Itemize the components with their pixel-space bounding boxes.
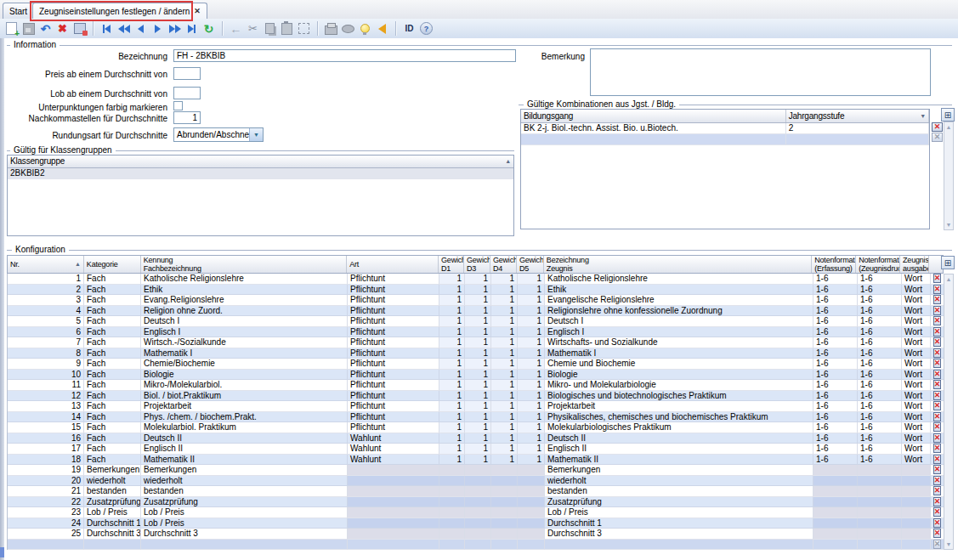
- sort-ascending-icon[interactable]: ▲: [75, 260, 81, 269]
- cell-kategorie[interactable]: Fach: [84, 370, 141, 381]
- cell-art[interactable]: [348, 507, 439, 518]
- cell-kennung[interactable]: Katholische Religionslehre: [141, 274, 348, 285]
- cell-bezeichnung[interactable]: Wirtschafts- und Sozialkunde: [545, 337, 813, 348]
- scroll-up-icon[interactable]: ▲: [944, 274, 953, 284]
- cell-jahrgangsstufe[interactable]: [786, 134, 929, 145]
- cell-gewicht-d4[interactable]: [491, 465, 518, 476]
- bemerkung-textarea[interactable]: [590, 48, 931, 96]
- cell-zeugnisausgabe[interactable]: Wort: [902, 370, 931, 381]
- cell-gewicht-d4[interactable]: 1: [491, 370, 518, 381]
- cell-notenformat-zeugnisdruck[interactable]: 1-6: [858, 348, 902, 359]
- cell-notenformat-erfassung[interactable]: 1-6: [813, 327, 858, 338]
- delete-row-button[interactable]: ✕: [933, 295, 942, 304]
- cell-gewicht-d5[interactable]: 1: [518, 348, 545, 359]
- cell-gewicht-d5[interactable]: 1: [518, 327, 545, 338]
- cell-notenformat-zeugnisdruck[interactable]: 1-6: [858, 285, 902, 296]
- cell-notenformat-zeugnisdruck[interactable]: 1-6: [858, 444, 902, 455]
- cell-gewicht-d5[interactable]: 1: [518, 316, 545, 327]
- cell-art[interactable]: Pflichtunt: [348, 422, 439, 433]
- table-row[interactable]: 10FachBiologiePflichtunt1111Biologie1-61…: [8, 370, 944, 381]
- cell-art[interactable]: [348, 540, 439, 551]
- cell-zeugnisausgabe[interactable]: Wort: [902, 316, 931, 327]
- cell-notenformat-zeugnisdruck[interactable]: 1-6: [858, 359, 902, 370]
- cell-gewicht-d1[interactable]: 1: [439, 444, 465, 455]
- cell-gewicht-d4[interactable]: 1: [491, 316, 518, 327]
- cell-nr[interactable]: 18: [8, 455, 84, 466]
- cell-nr[interactable]: 6: [8, 327, 84, 338]
- copy-icon[interactable]: [263, 21, 277, 36]
- paste-icon[interactable]: [280, 21, 294, 36]
- cell-zeugnisausgabe[interactable]: Wort: [902, 380, 931, 391]
- scroll-down-icon[interactable]: ▼: [944, 540, 953, 549]
- cell-bezeichnung[interactable]: [545, 540, 813, 551]
- cell-notenformat-zeugnisdruck[interactable]: 1-6: [858, 455, 902, 466]
- stamp-icon[interactable]: [341, 21, 355, 36]
- cell-notenformat-zeugnisdruck[interactable]: 1-6: [858, 422, 902, 433]
- cell-bezeichnung[interactable]: Zusatzprüfung: [545, 497, 813, 508]
- cell-nr[interactable]: 9: [8, 359, 84, 370]
- cell-gewicht-d3[interactable]: 1: [465, 391, 491, 402]
- cell-kennung[interactable]: Biologie: [141, 370, 348, 381]
- delete-record-icon[interactable]: ✖: [55, 21, 70, 36]
- cell-kategorie[interactable]: Fach: [84, 274, 141, 285]
- cell-kategorie[interactable]: Fach: [84, 359, 141, 370]
- cell-gewicht-d3[interactable]: 1: [465, 422, 491, 433]
- column-header-art[interactable]: Art: [347, 256, 439, 273]
- prior-page-icon[interactable]: [116, 21, 131, 36]
- cell-bezeichnung[interactable]: Lob / Preis: [545, 507, 813, 518]
- delete-row-button[interactable]: ✕: [933, 518, 942, 528]
- cell-kennung[interactable]: Mikro-/Molekularbiol.: [141, 380, 348, 391]
- cell-gewicht-d4[interactable]: 1: [491, 433, 518, 444]
- cell-kennung[interactable]: Mathematik I: [141, 348, 348, 359]
- delete-row-button[interactable]: ✕: [933, 337, 942, 347]
- cell-notenformat-zeugnisdruck[interactable]: 1-6: [858, 295, 902, 306]
- cell-zeugnisausgabe[interactable]: [902, 529, 931, 540]
- cell-zeugnisausgabe[interactable]: Wort: [902, 391, 931, 402]
- cell-gewicht-d4[interactable]: [491, 540, 518, 551]
- cell-nr[interactable]: 25: [8, 529, 84, 540]
- delete-row-button[interactable]: ✕: [933, 401, 942, 410]
- cell-bezeichnung[interactable]: Bemerkungen: [545, 465, 813, 476]
- cell-notenformat-zeugnisdruck[interactable]: 1-6: [858, 433, 902, 444]
- table-row[interactable]: 4FachReligion ohne Zuord.Pflichtunt1111R…: [8, 306, 944, 317]
- cell-gewicht-d5[interactable]: 1: [518, 274, 545, 285]
- cell-bezeichnung[interactable]: Englisch II: [545, 444, 813, 455]
- cell-zeugnisausgabe[interactable]: [902, 507, 931, 518]
- cell-kennung[interactable]: Biol. / biot.Praktikum: [141, 391, 348, 402]
- cell-nr[interactable]: 8: [8, 348, 84, 359]
- cell-kennung[interactable]: Deutsch I: [141, 316, 348, 327]
- cell-gewicht-d3[interactable]: 1: [465, 274, 491, 285]
- cell-bezeichnung[interactable]: Chemie und Biochemie: [545, 359, 813, 370]
- cell-kennung[interactable]: Mathematik II: [141, 455, 348, 466]
- cell-nr[interactable]: 17: [8, 444, 84, 455]
- cell-notenformat-erfassung[interactable]: [813, 497, 858, 508]
- cell-gewicht-d3[interactable]: 1: [465, 359, 491, 370]
- cell-zeugnisausgabe[interactable]: Wort: [902, 444, 931, 455]
- cell-gewicht-d5[interactable]: 1: [518, 422, 545, 433]
- cell-kennung[interactable]: Evang.Religionslehre: [141, 295, 348, 306]
- cell-nr[interactable]: 11: [8, 380, 84, 391]
- cell-art[interactable]: Pflichtunt: [348, 359, 439, 370]
- cell-gewicht-d3[interactable]: [465, 486, 491, 497]
- rundungsart-select[interactable]: Abrunden/Abschneiden ▼: [173, 127, 264, 142]
- cell-notenformat-erfassung[interactable]: 1-6: [813, 348, 858, 359]
- cell-gewicht-d1[interactable]: 1: [439, 422, 465, 433]
- cell-gewicht-d5[interactable]: [518, 497, 545, 508]
- tab-zeugniseinstellungen[interactable]: Zeugniseinstellungen festlegen / ändern …: [32, 3, 207, 19]
- cell-art[interactable]: Pflichtunt: [348, 337, 439, 348]
- cell-kategorie[interactable]: Fach: [84, 422, 141, 433]
- cell-gewicht-d4[interactable]: [491, 476, 518, 487]
- cell-notenformat-zeugnisdruck[interactable]: 1-6: [858, 337, 902, 348]
- cell-kennung[interactable]: Chemie/Biochemie: [141, 359, 348, 370]
- table-row[interactable]: 8FachMathematik IPflichtunt1111Mathemati…: [8, 348, 944, 359]
- cell-notenformat-erfassung[interactable]: [813, 486, 858, 497]
- cell-kategorie[interactable]: Fach: [84, 380, 141, 391]
- table-row[interactable]: 25Durchschnitt 3Durchschnitt 3Durchschni…: [8, 529, 944, 540]
- cell-bildungsgang[interactable]: [521, 134, 786, 145]
- cell-gewicht-d5[interactable]: 1: [518, 391, 545, 402]
- cell-gewicht-d5[interactable]: [518, 540, 545, 551]
- cell-nr[interactable]: 12: [8, 391, 84, 402]
- cell-gewicht-d5[interactable]: 1: [518, 359, 545, 370]
- cell-notenformat-zeugnisdruck[interactable]: 1-6: [858, 412, 902, 423]
- cell-gewicht-d4[interactable]: [491, 529, 518, 540]
